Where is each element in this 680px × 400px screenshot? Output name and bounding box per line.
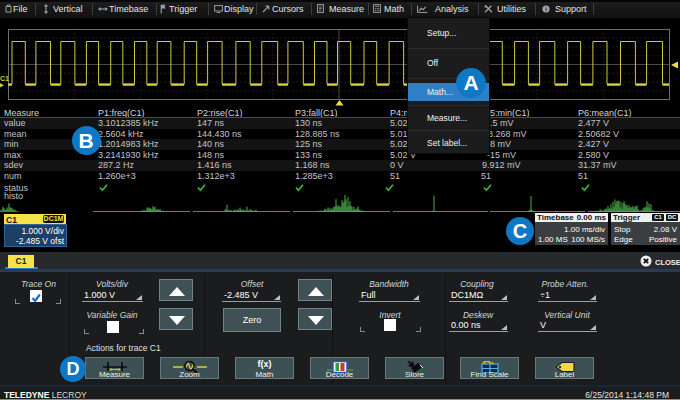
- svg-text:C1: C1: [0, 75, 9, 82]
